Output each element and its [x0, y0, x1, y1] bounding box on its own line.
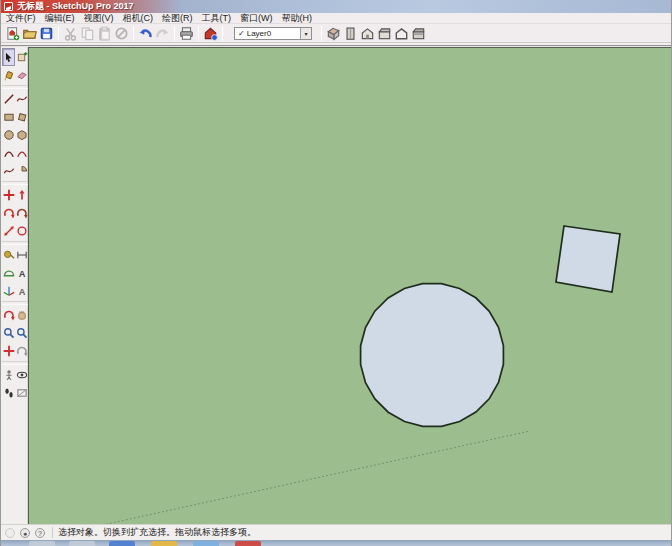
two-point-arc-tool[interactable]	[15, 144, 28, 162]
rotated-rectangle-tool[interactable]	[15, 108, 28, 126]
three-point-arc-tool[interactable]	[2, 162, 15, 180]
push-pull-tool[interactable]	[15, 186, 28, 204]
taskbar-app-2[interactable]	[69, 541, 95, 546]
move-tool[interactable]	[2, 186, 15, 204]
menu-v[interactable]: 视图(V)	[84, 13, 114, 24]
polygon-tool[interactable]	[15, 126, 28, 144]
windows-taskbar[interactable]	[1, 540, 672, 546]
help-icon[interactable]: ?	[35, 528, 45, 538]
menu-r[interactable]: 绘图(R)	[162, 13, 193, 24]
new-button[interactable]	[4, 25, 21, 42]
offset-tool[interactable]	[15, 222, 28, 240]
window-title: 无标题 - SketchUp Pro 2017	[17, 0, 134, 13]
eraser-tool[interactable]	[15, 66, 28, 84]
view-left-button[interactable]	[393, 25, 410, 42]
palette-separator	[2, 361, 28, 365]
menu-c[interactable]: 相机(C)	[123, 13, 154, 24]
drawing-canvas[interactable]	[28, 47, 672, 526]
zoom-tool[interactable]	[2, 324, 15, 342]
taskbar-app-4[interactable]	[151, 541, 177, 546]
orbit-tool[interactable]	[2, 306, 15, 324]
svg-text:A: A	[18, 269, 25, 279]
print-button[interactable]	[178, 25, 195, 42]
geolocation-icon[interactable]	[5, 528, 15, 538]
main-area: AA	[1, 45, 672, 524]
layer-combobox-value: Layer0	[247, 29, 300, 38]
palette-separator	[2, 85, 28, 89]
menu-w[interactable]: 窗口(W)	[240, 13, 273, 24]
section-plane-tool[interactable]	[15, 384, 28, 402]
position-camera-tool[interactable]	[2, 366, 15, 384]
look-around-tool[interactable]	[15, 366, 28, 384]
toolbar: ✓ Layer0 ▾	[1, 24, 672, 43]
scale-tool[interactable]	[2, 222, 15, 240]
rectangle-tool[interactable]	[2, 108, 15, 126]
status-message: 选择对象。切换到扩充选择。拖动鼠标选择多项。	[58, 526, 256, 539]
palette-separator	[2, 301, 28, 305]
palette-separator	[2, 241, 28, 245]
redo-button[interactable]	[154, 25, 171, 42]
menu-bar: 文件(F)编辑(E)视图(V)相机(C)绘图(R)工具(T)窗口(W)帮助(H)	[1, 13, 672, 24]
view-front-button[interactable]	[359, 25, 376, 42]
tool-palette: AA	[1, 47, 28, 526]
menu-e[interactable]: 编辑(E)	[45, 13, 75, 24]
follow-me-tool[interactable]	[15, 204, 28, 222]
open-button[interactable]	[21, 25, 38, 42]
zoom-window-tool[interactable]	[15, 324, 28, 342]
three-d-text-tool[interactable]: A	[15, 282, 28, 300]
view-back-button[interactable]	[410, 25, 427, 42]
svg-text:A: A	[18, 287, 25, 297]
protractor-tool[interactable]	[2, 264, 15, 282]
taskbar-app-5[interactable]	[193, 541, 219, 546]
select-tool[interactable]	[2, 48, 15, 66]
axes-tool[interactable]	[2, 282, 15, 300]
pan-tool[interactable]	[15, 306, 28, 324]
previous-tool[interactable]	[15, 342, 28, 360]
layer-combobox[interactable]: ✓ Layer0 ▾	[234, 27, 312, 40]
undo-button[interactable]	[137, 25, 154, 42]
erase-button[interactable]	[113, 25, 130, 42]
layer-check-icon: ✓	[238, 29, 245, 38]
toolbar-separator	[222, 26, 223, 41]
status-separator	[52, 527, 53, 538]
sketchup-logo-icon	[4, 2, 13, 11]
layer-dropdown-arrow-icon[interactable]: ▾	[300, 28, 311, 39]
palette-separator	[2, 181, 28, 185]
taskbar-app-3[interactable]	[109, 541, 135, 546]
credits-icon[interactable]: ●	[20, 528, 30, 538]
dimensions-tool[interactable]	[15, 246, 28, 264]
make-component-tool[interactable]	[15, 48, 28, 66]
taskbar-app-6[interactable]	[235, 541, 261, 546]
toolbar-separator	[133, 26, 134, 41]
model-info-button[interactable]	[202, 25, 219, 42]
toolbar-separator	[174, 26, 175, 41]
freehand-tool[interactable]	[15, 90, 28, 108]
view-top-button[interactable]	[342, 25, 359, 42]
menu-f[interactable]: 文件(F)	[6, 13, 36, 24]
save-button[interactable]	[38, 25, 55, 42]
title-bar[interactable]: 无标题 - SketchUp Pro 2017	[1, 0, 672, 13]
view-right-button[interactable]	[376, 25, 393, 42]
text-tool[interactable]: A	[15, 264, 28, 282]
status-bar: ●? 选择对象。切换到扩充选择。拖动鼠标选择多项。	[1, 524, 672, 540]
cut-button[interactable]	[62, 25, 79, 42]
toolbar-separator	[198, 26, 199, 41]
menu-h[interactable]: 帮助(H)	[282, 13, 313, 24]
view-iso-button[interactable]	[325, 25, 342, 42]
line-tool[interactable]	[2, 90, 15, 108]
circle-face	[361, 284, 504, 427]
square-face	[556, 226, 620, 292]
rotate-tool[interactable]	[2, 204, 15, 222]
pie-tool[interactable]	[15, 162, 28, 180]
walk-tool[interactable]	[2, 384, 15, 402]
zoom-extents-tool[interactable]	[2, 342, 15, 360]
arc-tool[interactable]	[2, 144, 15, 162]
menu-t[interactable]: 工具(T)	[202, 13, 232, 24]
copy-button[interactable]	[79, 25, 96, 42]
taskbar-app-1[interactable]	[29, 541, 55, 546]
paint-bucket-tool[interactable]	[2, 66, 15, 84]
circle-tool[interactable]	[2, 126, 15, 144]
tape-measure-tool[interactable]	[2, 246, 15, 264]
toolbar-separator	[321, 26, 322, 41]
paste-button[interactable]	[96, 25, 113, 42]
